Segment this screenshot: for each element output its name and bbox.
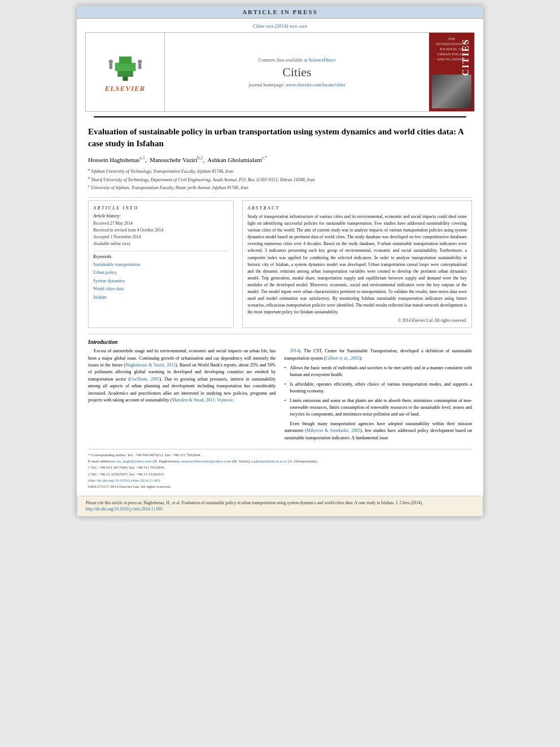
homepage-link[interactable]: www.elsevier.com/locate/cities: [286, 82, 345, 88]
ref-vojnovic-2014: 2014: [290, 348, 299, 353]
elsevier-brand-text: ELSEVIER: [105, 84, 146, 93]
body-divider: [88, 334, 472, 334]
keyword-5: Isfahan: [93, 294, 229, 302]
article-info-box: ARTICLE INFO Article history: Received 2…: [88, 200, 234, 328]
intro-para-2: 2014). The CST, Centre for Sustainable T…: [285, 348, 473, 362]
journal-center: Contents lists available at ScienceDirec…: [165, 33, 429, 111]
svg-rect-3: [119, 56, 132, 64]
date-received: Received 27 May 2014: [93, 220, 229, 227]
homepage-label: journal homepage:: [248, 82, 286, 88]
email-line: E-mail addresses: ho_hagh@yahoo.com (H. …: [88, 458, 472, 465]
author-c-sup: c,*: [261, 155, 267, 160]
section-divider: [88, 197, 472, 198]
svg-point-6: [138, 59, 142, 63]
keyword-4: World cities data: [93, 285, 229, 293]
header-area: Cities xxx (2014) xxx–xxx EL: [77, 19, 483, 120]
keywords-section: Keywords: Sustainable transportation Urb…: [93, 254, 229, 302]
issn-line: 0264-2751/© 2014 Elsevier Ltd. All right…: [88, 484, 472, 490]
note-1: 1 Tel.: +98 913 3017604; fax: +98 311 79…: [88, 465, 472, 471]
ref-mihyeon: Mihyeon & Amekudzi, 2005: [307, 428, 360, 433]
ref-marsden: Marsden & Stead, 2011; Vojnovic,: [172, 397, 234, 403]
page: ARTICLE IN PRESS Cities xxx (2014) xxx–x…: [77, 6, 483, 517]
affil-b-sup: b: [88, 176, 90, 180]
keywords-list: Sustainable transportation Urban policy …: [93, 261, 229, 302]
note-2: 2 Tel.: +98 21 22282507; fax: +98 21 222…: [88, 471, 472, 478]
svg-rect-5: [109, 64, 112, 69]
banner-text: ARTICLE IN PRESS: [242, 8, 318, 15]
journal-homepage: journal homepage: www.elsevier.com/locat…: [248, 82, 345, 88]
svg-point-4: [108, 59, 112, 63]
journal-header: ELSEVIER Contents lists available at Sci…: [85, 32, 475, 112]
article-in-press-banner: ARTICLE IN PRESS: [77, 6, 483, 19]
author-a: Hossein Haghshenas: [88, 156, 139, 163]
bullet-item-3: Limits emissions and waste so that plant…: [285, 397, 473, 418]
author-b-sup: b,2: [198, 155, 203, 160]
bullet-item-2: Is affordable, operates efficiently, off…: [285, 381, 473, 395]
keyword-1: Sustainable transportation: [93, 261, 229, 269]
introduction-columns: Excess of automobile usage and its envir…: [88, 348, 472, 444]
introduction-section: Introduction Excess of automobile usage …: [88, 339, 472, 444]
affil-c-sup: c: [88, 184, 90, 188]
intro-para-3: Even though many transportation agencies…: [285, 421, 473, 442]
article-title: Evaluation of sustainable policy in urba…: [88, 126, 472, 150]
bottom-bar-doi-link[interactable]: http://dx.doi.org/10.1016/j.cities.2014.…: [86, 506, 163, 512]
intro-col-left: Excess of automobile usage and its envir…: [88, 348, 276, 444]
article-info-label: ARTICLE INFO: [93, 206, 229, 211]
authors-line: Hossein Haghshenasa,1, Manouchehr Vaziri…: [88, 155, 472, 163]
intro-para-1: Excess of automobile usage and its envir…: [88, 348, 276, 404]
keyword-3: System dynamics: [93, 277, 229, 285]
abstract-label: ABSTRACT: [247, 206, 467, 211]
affil-a: a Isfahan University of Technology, Tran…: [88, 167, 472, 175]
bullet-list: Allows the basic needs of individuals an…: [285, 365, 473, 418]
introduction-heading: Introduction: [88, 339, 472, 345]
cities-logo-box: THE INTERNATIONAL JOURNAL OF URBAN POLIC…: [429, 33, 474, 111]
elsevier-tree-icon: [103, 51, 148, 82]
date-revised: Received in revised form 4 October 2014: [93, 227, 229, 234]
sciencedirect-line: Contents lists available at ScienceDirec…: [259, 57, 336, 63]
info-dates: Received 27 May 2014 Received in revised…: [93, 220, 229, 247]
doi-line: http://dx.doi.org/10.1016/j.cities.2014.…: [88, 478, 472, 484]
affiliations: a Isfahan University of Technology, Tran…: [88, 167, 472, 191]
svg-rect-7: [138, 64, 141, 69]
affil-a-sup: a: [88, 167, 90, 172]
sciencedirect-label: Contents lists available at: [259, 57, 309, 63]
affil-c: c University of Isfahan, Transportation …: [88, 183, 472, 191]
citation-line: Cities xxx (2014) xxx–xxx: [85, 23, 475, 29]
author-b: Manouchehr Vaziri: [150, 156, 197, 163]
ref-gilbert: Gilbert et al., 2003: [326, 356, 360, 361]
email-label: E-mail addresses:: [88, 459, 117, 464]
date-online: Available online xxxx: [93, 241, 229, 247]
ref-gwilliam: Gwilliam, 2002: [130, 377, 159, 382]
email-gholamialam[interactable]: a.gholami@tm.ui.ac.ir: [251, 459, 287, 464]
corresponding-note: * Corresponding author. Tel.: +98 936 08…: [88, 452, 472, 458]
email-vaziri[interactable]: manouchehrvaziri@yahoo.com: [181, 459, 231, 464]
main-content: Evaluation of sustainable policy in urba…: [77, 120, 483, 496]
abstract-text: Study of transportation infrastructure o…: [247, 213, 467, 316]
cities-cover-image: [432, 75, 471, 108]
info-abstract-row: ARTICLE INFO Article history: Received 2…: [88, 200, 472, 328]
abstract-box: ABSTRACT Study of transportation infrast…: [242, 200, 472, 328]
cities-subtitle: THE INTERNATIONAL JOURNAL OF URBAN POLIC…: [435, 36, 469, 63]
email-haghshenas[interactable]: ho_hagh@yahoo.com: [117, 459, 151, 464]
history-title: Article history:: [93, 213, 229, 219]
keyword-2: Urban policy: [93, 269, 229, 277]
bullet-item-1: Allows the basic needs of individuals an…: [285, 365, 473, 379]
author-c: Ashkan Gholamialam: [207, 156, 261, 163]
sciencedirect-link[interactable]: ScienceDirect: [309, 57, 336, 63]
bottom-bar-text: Please cite this article in press as: Ha…: [86, 500, 423, 505]
citation-text: Cities xxx (2014) xxx–xxx: [253, 23, 308, 29]
info-divider: [93, 251, 229, 251]
ref-haghshenas-2012: Haghshenas & Vaziri, 2012: [125, 362, 176, 368]
author-a-sup: a,1: [139, 155, 145, 160]
journal-title: Cities: [282, 65, 311, 80]
date-accepted: Accepted 1 November 2014: [93, 234, 229, 241]
affil-b: b Sharif University of Technology, Depar…: [88, 175, 472, 184]
keywords-title: Keywords:: [93, 254, 229, 259]
footer-notes: * Corresponding author. Tel.: +98 936 08…: [88, 449, 472, 490]
doi-link[interactable]: http://dx.doi.org/10.1016/j.cities.2014.…: [88, 478, 160, 483]
history-section: Article history: Received 27 May 2014 Re…: [93, 213, 229, 247]
abstract-copyright: © 2014 Elsevier Ltd. All rights reserved…: [247, 318, 467, 323]
header-divider-thick: [94, 116, 466, 117]
elsevier-logo-box: ELSEVIER: [86, 33, 165, 111]
bottom-bar: Please cite this article in press as: Ha…: [77, 496, 483, 517]
